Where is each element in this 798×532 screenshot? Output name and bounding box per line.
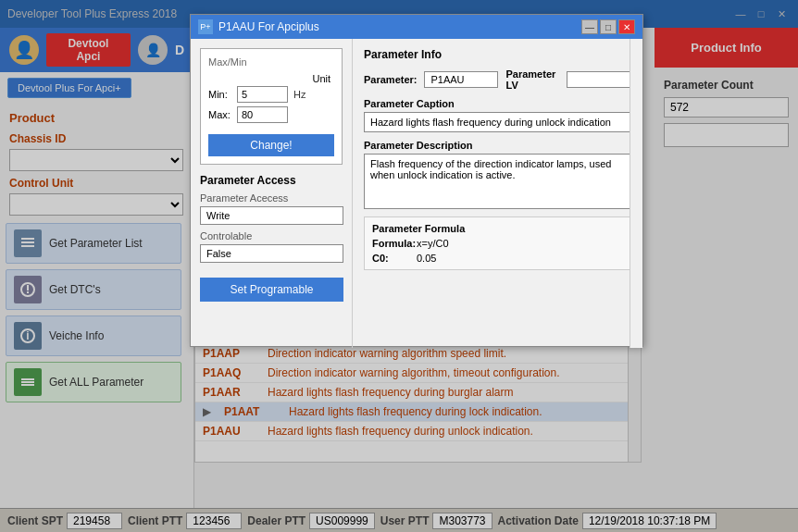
- param-access-title: Parameter Access: [200, 174, 343, 187]
- min-label: Min:: [208, 89, 231, 100]
- parameter-row: Parameter: Parameter LV: [364, 68, 631, 91]
- param-info-title: Parameter Info: [364, 48, 631, 61]
- max-label: Max:: [208, 109, 231, 120]
- controllable-label: Controlable: [200, 230, 343, 241]
- modal-left-panel: Max/Min Unit Min: Hz Max: Change!: [191, 39, 353, 348]
- modal-scrollbar[interactable]: [630, 39, 642, 348]
- c0-value: 0.05: [417, 253, 436, 264]
- caption-value: Hazard lights flash frequency during unl…: [364, 112, 631, 132]
- min-input[interactable]: [237, 86, 288, 103]
- parameter-label: Parameter:: [364, 74, 417, 85]
- hz-label: Hz: [293, 89, 305, 100]
- description-label: Parameter Description: [364, 140, 631, 151]
- modal-app-icon: P+: [198, 19, 213, 34]
- formula-label: Formula:: [372, 238, 409, 249]
- param-access-section: Parameter Access Parameter Acecess Write…: [200, 174, 343, 302]
- c0-row: C0: 0.05: [372, 253, 623, 264]
- change-btn[interactable]: Change!: [208, 134, 334, 156]
- max-input[interactable]: [237, 106, 288, 123]
- modal-title: P1AAU For Apciplus: [218, 20, 581, 33]
- modal-body: Max/Min Unit Min: Hz Max: Change!: [191, 39, 642, 348]
- c0-label: C0:: [372, 253, 409, 264]
- formula-value: x=y/C0: [417, 238, 449, 249]
- modal-titlebar: P+ P1AAU For Apciplus — □ ✕: [191, 15, 642, 39]
- caption-label: Parameter Caption: [364, 98, 631, 109]
- formula-row: Formula: x=y/C0: [372, 238, 623, 249]
- modal-dialog: P+ P1AAU For Apciplus — □ ✕ Max/Min Unit…: [190, 14, 643, 347]
- unit-label: Unit: [312, 73, 330, 84]
- modal-close-btn[interactable]: ✕: [618, 19, 635, 34]
- parameter-input[interactable]: [424, 71, 498, 88]
- set-programable-btn[interactable]: Set Programable: [200, 278, 343, 302]
- modal-minimize-btn[interactable]: —: [581, 19, 598, 34]
- min-row: Min: Hz: [208, 86, 334, 103]
- minmax-box: Max/Min Unit Min: Hz Max: Change!: [200, 48, 343, 165]
- minmax-title: Max/Min: [208, 56, 334, 68]
- controllable-value: False: [200, 244, 343, 263]
- max-row: Max:: [208, 106, 334, 123]
- lv-label: Parameter LV: [505, 68, 559, 91]
- modal-maximize-btn[interactable]: □: [600, 19, 617, 34]
- modal-title-buttons: — □ ✕: [581, 19, 635, 34]
- formula-title: Parameter Formula: [372, 223, 623, 234]
- modal-right-panel: Parameter Info Parameter: Parameter LV P…: [353, 39, 642, 348]
- access-value: Write: [200, 206, 343, 225]
- lv-input[interactable]: [567, 71, 631, 88]
- main-window: Developer Tool Plus Express 2018 — □ ✕ 👤…: [0, 0, 798, 532]
- access-label: Parameter Acecess: [200, 192, 343, 204]
- description-value: Flash frequency of the direction indicat…: [364, 154, 631, 209]
- formula-section: Parameter Formula Formula: x=y/C0 C0: 0.…: [364, 217, 631, 270]
